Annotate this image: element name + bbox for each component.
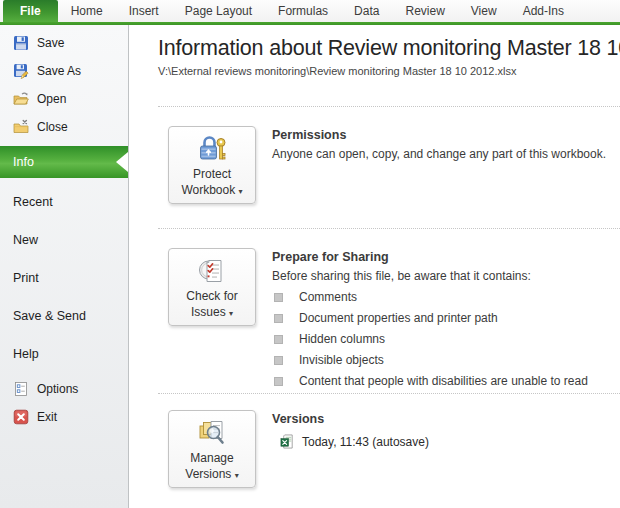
sidebar-item-close[interactable]: Close — [0, 113, 128, 141]
sidebar-item-open[interactable]: Open — [0, 85, 128, 113]
sidebar-item-label: Close — [37, 120, 68, 134]
save-icon — [13, 35, 29, 51]
version-item-label: Today, 11:43 (autosave) — [302, 435, 429, 449]
backstage-info-panel: Information about Review monitoring Mast… — [130, 25, 620, 508]
sidebar-item-save[interactable]: Save — [0, 29, 128, 57]
prepare-bullet-list: Comments Document properties and printer… — [272, 290, 588, 388]
square-bullet-icon — [274, 356, 283, 365]
section-heading: Versions — [272, 412, 429, 426]
file-path: V:\External reviews monitoring\Review mo… — [158, 65, 620, 77]
sidebar-item-label: Save As — [37, 64, 81, 78]
section-heading: Permissions — [272, 128, 606, 142]
sidebar-item-label: Open — [37, 92, 66, 106]
section-divider — [158, 393, 620, 394]
excel-file-icon — [280, 434, 295, 449]
close-icon — [13, 119, 29, 135]
exit-icon — [13, 409, 29, 425]
tab-data[interactable]: Data — [341, 0, 392, 22]
page-title: Information about Review monitoring Mast… — [158, 36, 620, 61]
bullet-item: Invisible objects — [272, 353, 588, 367]
sidebar-item-exit[interactable]: Exit — [0, 403, 128, 431]
backstage-sidebar: Save Save As Open Close Info Recent — [0, 25, 129, 508]
ribbon-tab-bar: File Home Insert Page Layout Formulas Da… — [0, 0, 620, 22]
save-as-icon — [13, 63, 29, 79]
sidebar-item-save-as[interactable]: Save As — [0, 57, 128, 85]
sidebar-item-new[interactable]: New — [0, 221, 128, 259]
square-bullet-icon — [274, 314, 283, 323]
sidebar-item-info[interactable]: Info — [0, 146, 128, 178]
button-label-line2: Versions ▾ — [185, 468, 238, 482]
section-description: Before sharing this file, be aware that … — [272, 269, 588, 283]
button-label-line1: Manage — [190, 452, 233, 465]
open-icon — [13, 91, 29, 107]
lock-key-icon — [196, 133, 228, 165]
tab-home[interactable]: Home — [58, 0, 116, 22]
tab-insert[interactable]: Insert — [116, 0, 172, 22]
button-label-line2: Issues ▾ — [191, 306, 233, 320]
sidebar-item-label: Save — [37, 36, 64, 50]
sidebar-item-label: Recent — [13, 195, 53, 209]
sidebar-item-save-and-send[interactable]: Save & Send — [0, 297, 128, 335]
button-label-line2: Workbook ▾ — [181, 184, 242, 198]
sidebar-item-recent[interactable]: Recent — [0, 183, 128, 221]
tab-page-layout[interactable]: Page Layout — [172, 0, 265, 22]
dropdown-arrow-icon: ▾ — [239, 187, 243, 196]
button-label-line1: Check for — [186, 290, 237, 303]
tab-review[interactable]: Review — [392, 0, 457, 22]
button-label-line1: Protect — [193, 168, 231, 181]
sidebar-item-print[interactable]: Print — [0, 259, 128, 297]
autosave-version-item[interactable]: Today, 11:43 (autosave) — [280, 434, 429, 449]
sidebar-item-label: Help — [13, 347, 39, 361]
options-icon — [13, 381, 29, 397]
sidebar-item-help[interactable]: Help — [0, 335, 128, 373]
section-divider — [158, 228, 620, 229]
sidebar-item-label: Exit — [37, 410, 57, 424]
section-heading: Prepare for Sharing — [272, 250, 588, 264]
bullet-item: Hidden columns — [272, 332, 588, 346]
manage-versions-button[interactable]: Manage Versions ▾ — [168, 410, 256, 488]
dropdown-arrow-icon: ▾ — [235, 471, 239, 480]
versions-magnifier-icon — [196, 417, 228, 449]
protect-workbook-button[interactable]: Protect Workbook ▾ — [168, 126, 256, 204]
tab-view[interactable]: View — [458, 0, 510, 22]
sidebar-item-label: New — [13, 233, 38, 247]
tab-file[interactable]: File — [3, 0, 58, 22]
check-for-issues-button[interactable]: Check for Issues ▾ — [168, 248, 256, 326]
sidebar-item-label: Info — [13, 155, 34, 169]
tab-formulas[interactable]: Formulas — [265, 0, 341, 22]
sidebar-item-label: Options — [37, 382, 78, 396]
tab-add-ins[interactable]: Add-Ins — [510, 0, 577, 22]
prepare-for-sharing-section: Check for Issues ▾ Prepare for Sharing B… — [168, 248, 620, 388]
square-bullet-icon — [274, 293, 283, 302]
permissions-section: Protect Workbook ▾ Permissions Anyone ca… — [168, 126, 620, 204]
square-bullet-icon — [274, 377, 283, 386]
section-divider — [158, 106, 620, 107]
versions-section: Manage Versions ▾ Versions Today, 11:43 … — [168, 410, 620, 488]
dropdown-arrow-icon: ▾ — [229, 309, 233, 318]
bullet-item: Comments — [272, 290, 588, 304]
square-bullet-icon — [274, 335, 283, 344]
bullet-item: Content that people with disabilities ar… — [272, 374, 588, 388]
bullet-item: Document properties and printer path — [272, 311, 588, 325]
sidebar-item-label: Print — [13, 271, 39, 285]
sidebar-item-label: Save & Send — [13, 309, 86, 323]
document-check-icon — [196, 255, 228, 287]
section-description: Anyone can open, copy, and change any pa… — [272, 147, 606, 161]
sidebar-item-options[interactable]: Options — [0, 375, 128, 403]
